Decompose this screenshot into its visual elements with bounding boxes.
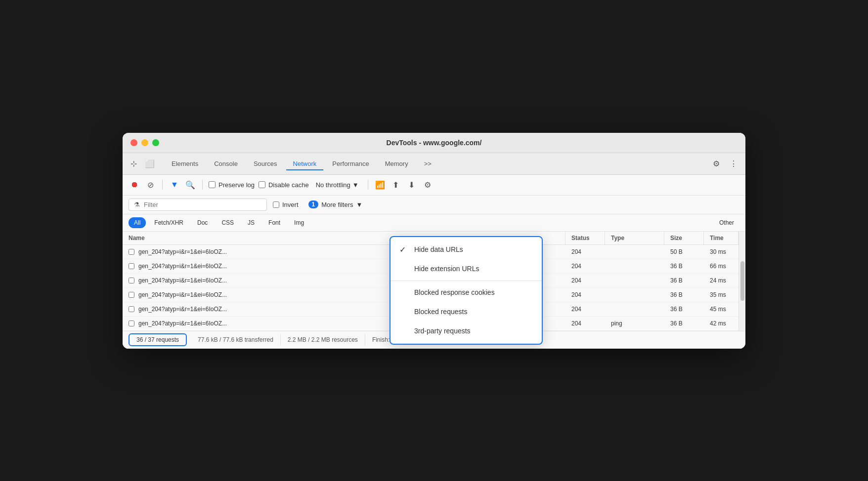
header-status: Status: [565, 232, 605, 244]
more-options-icon[interactable]: ⋮: [728, 157, 739, 170]
titlebar: DevTools - www.google.com/: [123, 133, 745, 153]
dropdown-item-blocked-cookies[interactable]: ✓ Blocked response cookies: [391, 283, 542, 302]
filter-input[interactable]: [144, 201, 261, 208]
dropdown-item-label-5: 3rd-party requests: [414, 327, 471, 335]
dropdown-item-blocked-requests[interactable]: ✓ Blocked requests: [391, 302, 542, 321]
close-button[interactable]: [130, 139, 137, 146]
cell-status-4: 204: [565, 288, 605, 302]
cell-time-6: 42 ms: [704, 317, 738, 330]
status-resources: 2.2 MB / 2.2 MB resources: [281, 334, 365, 345]
cell-type-4: [605, 291, 664, 298]
row-checkbox-5[interactable]: [129, 306, 134, 312]
type-btn-doc[interactable]: Doc: [192, 217, 213, 228]
devtools-window: DevTools - www.google.com/ ⊹ ⬜ Elements …: [123, 133, 745, 349]
stop-recording-button[interactable]: ⏺: [129, 179, 140, 191]
wifi-icon[interactable]: 📶: [374, 179, 386, 191]
device-icon[interactable]: ⬜: [143, 157, 157, 170]
cell-type-3: [605, 277, 664, 284]
settings-gear-icon[interactable]: ⚙: [711, 157, 722, 170]
scrollbar[interactable]: [738, 232, 745, 331]
tab-elements[interactable]: Elements: [165, 157, 205, 170]
type-btn-all[interactable]: All: [129, 217, 146, 228]
throttle-arrow-icon: ▼: [352, 181, 359, 189]
cell-time-3: 24 ms: [704, 274, 738, 287]
network-settings-icon[interactable]: ⚙: [422, 179, 434, 191]
header-size: Size: [664, 232, 704, 244]
row-checkbox-4[interactable]: [129, 292, 134, 298]
tab-console[interactable]: Console: [207, 157, 245, 170]
clear-button[interactable]: ⊘: [144, 179, 156, 191]
row-checkbox-1[interactable]: [129, 249, 134, 255]
disable-cache-group: Disable cache: [259, 181, 309, 189]
dropdown-item-label: Hide data URLs: [414, 245, 463, 253]
tab-bar-right: ⚙ ⋮: [711, 157, 739, 170]
cell-size-1: 50 B: [664, 245, 704, 259]
tab-sources[interactable]: Sources: [247, 157, 284, 170]
checkmark-icon: ✓: [399, 245, 409, 254]
cell-time-1: 30 ms: [704, 245, 738, 259]
row-checkbox-6[interactable]: [129, 321, 134, 326]
type-btn-font[interactable]: Font: [263, 217, 286, 228]
type-btn-img[interactable]: Img: [289, 217, 309, 228]
preserve-log-label: Preserve log: [218, 181, 255, 189]
filter-row: ⚗ Invert 1 More filters ▼: [123, 196, 745, 214]
preserve-log-group: Preserve log: [209, 181, 255, 189]
preserve-log-checkbox[interactable]: [209, 181, 216, 188]
type-btn-css[interactable]: CSS: [216, 217, 239, 228]
dropdown-item-hide-data-urls[interactable]: ✓ Hide data URLs: [391, 240, 542, 259]
cell-status-3: 204: [565, 274, 605, 287]
status-transferred: 77.6 kB / 77.6 kB transferred: [191, 334, 281, 345]
tab-performance[interactable]: Performance: [325, 157, 376, 170]
filter-icon[interactable]: ▼: [169, 179, 180, 191]
more-filters-arrow-icon: ▼: [356, 201, 363, 208]
throttle-select[interactable]: No throttling ▼: [313, 180, 362, 190]
dropdown-item-hide-extension-urls[interactable]: ✓ Hide extension URLs: [391, 259, 542, 279]
window-title: DevTools - www.google.com/: [387, 139, 482, 147]
filter-badge: 1: [308, 200, 319, 208]
more-filters-button[interactable]: 1 More filters ▼: [304, 199, 367, 210]
toolbar: ⏺ ⊘ ▼ 🔍 Preserve log Disable cache No th…: [123, 175, 745, 196]
cell-size-2: 36 B: [664, 259, 704, 273]
cell-time-4: 35 ms: [704, 288, 738, 302]
dropdown-item-3rd-party[interactable]: ✓ 3rd-party requests: [391, 321, 542, 341]
search-icon[interactable]: 🔍: [184, 179, 196, 191]
cell-type-6: ping: [605, 317, 664, 330]
tab-network[interactable]: Network: [286, 157, 324, 170]
filter-input-wrap: ⚗: [129, 199, 267, 211]
row-checkbox-3[interactable]: [129, 278, 134, 283]
header-type: Type: [605, 232, 664, 244]
dropdown-item-label-3: Blocked response cookies: [414, 288, 495, 296]
download-icon[interactable]: ⬇: [406, 179, 418, 191]
invert-checkbox[interactable]: [273, 201, 279, 208]
row-checkbox-2[interactable]: [129, 263, 134, 269]
window-controls: [130, 139, 159, 146]
minimize-button[interactable]: [141, 139, 148, 146]
dropdown-item-label-4: Blocked requests: [414, 308, 467, 316]
invert-group: Invert: [273, 201, 299, 208]
cell-size-6: 36 B: [664, 317, 704, 330]
cell-status-5: 204: [565, 302, 605, 316]
cell-size-3: 36 B: [664, 274, 704, 287]
more-filters-label: More filters: [321, 201, 353, 208]
cell-size-5: 36 B: [664, 302, 704, 316]
cell-time-5: 45 ms: [704, 302, 738, 316]
disable-cache-checkbox[interactable]: [259, 181, 265, 188]
type-btn-js[interactable]: JS: [242, 217, 260, 228]
scrollbar-thumb[interactable]: [740, 261, 744, 301]
cursor-icon[interactable]: ⊹: [129, 157, 139, 170]
tab-memory[interactable]: Memory: [378, 157, 415, 170]
dropdown-divider: [391, 281, 542, 281]
status-requests: 36 / 37 requests: [129, 333, 187, 346]
separator-2: [202, 180, 203, 190]
tab-more[interactable]: >>: [417, 157, 438, 170]
disable-cache-label: Disable cache: [268, 181, 309, 189]
more-filters-dropdown: ✓ Hide data URLs ✓ Hide extension URLs ✓…: [390, 236, 543, 345]
type-btn-fetchxhr[interactable]: Fetch/XHR: [149, 217, 189, 228]
maximize-button[interactable]: [152, 139, 159, 146]
filter-funnel-icon: ⚗: [134, 201, 140, 208]
tab-bar: ⊹ ⬜ Elements Console Sources Network Per…: [123, 153, 745, 175]
upload-icon[interactable]: ⬆: [390, 179, 402, 191]
cell-time-2: 66 ms: [704, 259, 738, 273]
devtools-content: ⊹ ⬜ Elements Console Sources Network Per…: [123, 153, 745, 349]
type-btn-other[interactable]: Other: [714, 217, 739, 228]
